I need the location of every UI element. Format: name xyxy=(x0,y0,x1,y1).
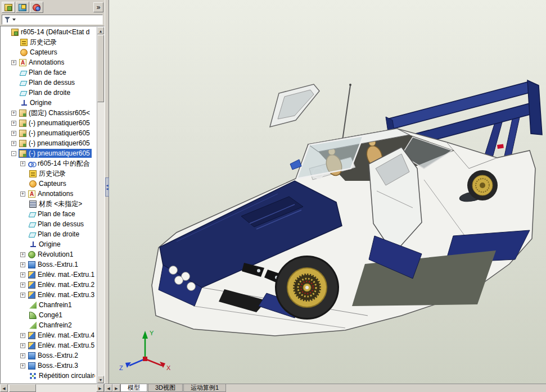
tree-item[interactable]: Chanfrein1 xyxy=(1,300,97,310)
expand-icon[interactable]: + xyxy=(20,333,25,338)
tree-item[interactable]: +Enlèv. mat.-Extru.3 xyxy=(1,290,97,300)
expand-icon[interactable]: + xyxy=(20,272,25,277)
configurationmanager-tab[interactable] xyxy=(30,2,43,13)
plane-icon xyxy=(20,71,28,76)
featuremanager-tab[interactable] xyxy=(2,2,15,13)
panel-splitter[interactable]: ◀ ◀ xyxy=(105,0,109,384)
expand-icon[interactable]: + xyxy=(20,252,25,257)
tree-filter-input[interactable] xyxy=(2,15,103,25)
expand-icon[interactable]: + xyxy=(20,363,25,368)
cut-extrude-icon xyxy=(28,332,35,339)
expand-icon[interactable]: + xyxy=(20,161,25,166)
document-tab[interactable]: 运动算例1 xyxy=(183,384,226,392)
tree-item[interactable]: +(固定) Chassisr605< xyxy=(1,108,97,118)
tree-item[interactable]: Capteurs xyxy=(1,47,97,57)
tree-item[interactable]: +Révolution1 xyxy=(1,249,97,259)
cut-extrude-icon xyxy=(28,271,35,279)
tabs-scroll-left-button[interactable]: ◀ xyxy=(105,384,112,392)
tree-item[interactable]: r605-14 (Défaut<Etat d xyxy=(1,27,97,37)
tree-item-label: Boss.-Extru.1 xyxy=(38,261,78,268)
tree-item[interactable]: Plan de droite xyxy=(1,88,97,98)
tree-item[interactable]: Plan de face xyxy=(1,209,97,219)
tree-item[interactable]: +Enlèv. mat.-Extru.5 xyxy=(1,340,97,350)
tree-item[interactable]: +Boss.-Extru.2 xyxy=(1,350,97,361)
tree-item[interactable]: Plan de dessus xyxy=(1,78,97,88)
scrollbar-thumb[interactable] xyxy=(97,35,104,102)
tree-item[interactable]: 历史记录 xyxy=(1,168,97,179)
origin-icon xyxy=(29,241,37,248)
expand-icon[interactable]: + xyxy=(20,353,25,358)
tree-item[interactable]: +AAnnotations xyxy=(1,57,97,67)
tree-item[interactable]: Origine xyxy=(1,98,97,108)
document-tab[interactable]: 模型 xyxy=(120,384,147,392)
tree-item[interactable]: +(-) pneumatiquer605 xyxy=(1,128,97,138)
tree-item-label: r605-14 (Défaut<Etat d xyxy=(21,28,89,36)
expand-icon[interactable]: + xyxy=(20,343,25,348)
collapse-panel-button[interactable]: ◀ ◀ xyxy=(105,177,109,197)
tree-item[interactable]: Répétition circulaire xyxy=(1,371,97,381)
tree-item-label: Plan de face xyxy=(29,69,66,76)
fog-light xyxy=(169,266,178,275)
tree-item[interactable]: +Enlèv. mat.-Extru.4 xyxy=(1,330,97,340)
tree-item-label: Enlèv. mat.-Extru.4 xyxy=(38,331,94,339)
configuration-manager-icon xyxy=(33,4,40,11)
chamfer-icon xyxy=(29,322,37,329)
scroll-right-button[interactable]: ▶ xyxy=(96,384,104,392)
expand-icon[interactable]: + xyxy=(11,121,16,126)
toolbar-overflow-button[interactable]: » xyxy=(93,2,103,12)
tree-item[interactable]: +AAnnotations xyxy=(1,189,97,199)
tree-item[interactable]: Plan de droite xyxy=(1,229,97,239)
expand-icon[interactable]: + xyxy=(20,282,25,288)
scrollbar-thumb[interactable] xyxy=(9,384,36,392)
tree-item[interactable]: +(-) pneumatiquer605 xyxy=(1,138,97,148)
expand-icon[interactable]: + xyxy=(11,111,16,116)
tree-item[interactable]: +Enlèv. mat.-Extru.1 xyxy=(1,270,97,280)
tree-item-label: Capteurs xyxy=(30,48,57,56)
tree-item[interactable]: +Enlèv. mat.-Extru.2 xyxy=(1,280,97,290)
boss-extrude-icon xyxy=(28,352,35,359)
taillight xyxy=(497,144,504,148)
tree-item[interactable]: +Boss.-Extru.3 xyxy=(1,361,97,371)
document-tab[interactable]: 3D视图 xyxy=(148,384,183,392)
scroll-up-button[interactable]: ▲ xyxy=(97,27,104,34)
chevron-left-icon: ◀ xyxy=(106,187,109,190)
tabs-scroll-right-button[interactable]: ▶ xyxy=(112,384,120,392)
expand-icon[interactable]: + xyxy=(20,262,25,267)
tree-horizontal-scrollbar[interactable]: ◀ ▶ xyxy=(0,384,105,392)
collapse-icon[interactable]: - xyxy=(11,151,16,156)
expand-icon[interactable]: + xyxy=(11,141,16,146)
tree-item[interactable]: +r605-14 中的配合 xyxy=(1,158,97,168)
tree-item-label: (-) pneumatiquer605 xyxy=(29,139,90,147)
tree-item[interactable]: +(-) pneumatiquer605 xyxy=(1,118,97,128)
tree-item[interactable]: 材质 <未指定> xyxy=(1,199,97,209)
axis-y-label: Y xyxy=(150,330,154,336)
tree-item-label: Annotations xyxy=(38,190,73,198)
tree-item[interactable]: Chanfrein2 xyxy=(1,320,97,330)
scroll-down-button[interactable]: ▼ xyxy=(97,376,104,383)
plane-icon xyxy=(20,91,28,96)
feature-tree-icon xyxy=(4,4,12,11)
tree-vertical-scrollbar[interactable]: ▲ ▼ xyxy=(97,27,104,383)
expand-icon[interactable]: + xyxy=(11,131,16,136)
expand-icon[interactable]: + xyxy=(20,293,25,298)
graphics-viewport[interactable]: Y X Z xyxy=(109,0,546,384)
tree-item[interactable]: -(-) pneumatiquer605 xyxy=(1,148,97,158)
history-icon xyxy=(29,170,37,177)
car-model-3d[interactable] xyxy=(109,0,546,384)
expand-icon[interactable]: + xyxy=(20,192,25,197)
tree-item[interactable]: Capteurs xyxy=(1,179,97,189)
scroll-left-button[interactable]: ◀ xyxy=(0,384,8,392)
tree-item-label: (-) pneumatiquer605 xyxy=(29,119,90,127)
tree-item[interactable]: +Boss.-Extru.1 xyxy=(1,259,97,270)
tree-item[interactable]: Plan de dessus xyxy=(1,219,97,229)
tree-item[interactable]: 历史记录 xyxy=(1,37,97,47)
history-icon xyxy=(20,39,28,46)
plane-icon xyxy=(29,222,37,227)
tree-item[interactable]: Plan de face xyxy=(1,67,97,78)
tree-item[interactable]: Origine xyxy=(1,239,97,249)
expand-icon[interactable]: + xyxy=(11,60,16,65)
plane-icon xyxy=(20,81,28,86)
propertymanager-tab[interactable] xyxy=(16,2,29,13)
tree-item[interactable]: Congé1 xyxy=(1,310,97,320)
part-icon xyxy=(19,130,26,137)
